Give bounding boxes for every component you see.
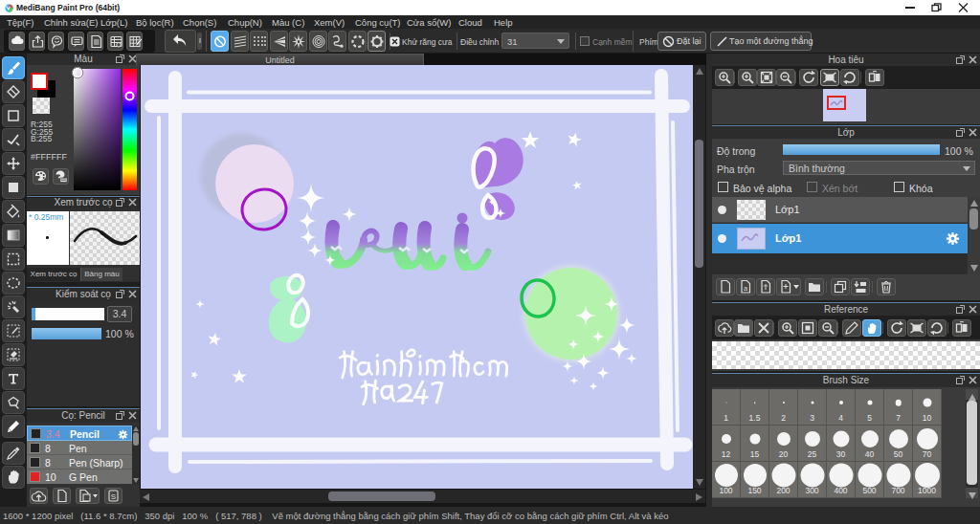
svg-text:a: a — [744, 284, 748, 293]
svg-text:S: S — [111, 492, 116, 501]
